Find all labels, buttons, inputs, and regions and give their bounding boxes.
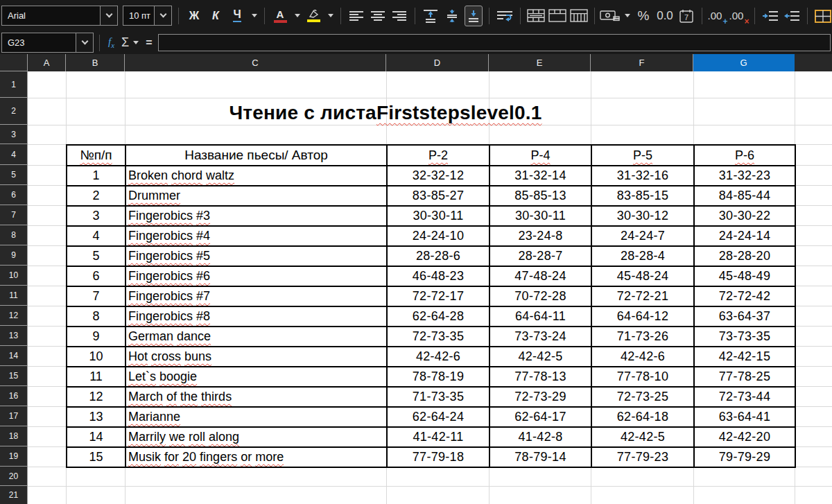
- cell-num[interactable]: 10: [67, 347, 125, 367]
- cell-p2[interactable]: 24-24-10: [387, 226, 489, 246]
- bold-button[interactable]: Ж: [185, 6, 203, 26]
- cell-p5[interactable]: 28-28-4: [591, 246, 694, 266]
- cell-p4[interactable]: 73-73-24: [489, 327, 591, 347]
- cell-p4[interactable]: 23-24-8: [489, 226, 591, 246]
- column-header-b[interactable]: B: [66, 54, 125, 71]
- row-header-1[interactable]: 1: [0, 71, 27, 98]
- row-header-2[interactable]: 2: [0, 98, 27, 125]
- font-color-button[interactable]: A: [271, 6, 289, 26]
- row-header-5[interactable]: 5: [0, 165, 27, 185]
- row-header-19[interactable]: 19: [0, 446, 27, 467]
- cell-p2[interactable]: 32-32-12: [387, 166, 489, 186]
- row-header-16[interactable]: 16: [0, 386, 27, 406]
- cell-num[interactable]: 15: [67, 447, 125, 467]
- cell-p5[interactable]: 42-42-5: [591, 427, 694, 447]
- header-cell[interactable]: P-2: [387, 145, 489, 166]
- cell-name[interactable]: Musik for 20 fingers or more: [125, 447, 387, 467]
- cell-num[interactable]: 2: [67, 186, 125, 206]
- row-header-12[interactable]: 12: [0, 306, 27, 326]
- row-header-18[interactable]: 18: [0, 426, 27, 446]
- cell-p4[interactable]: 47-48-24: [489, 266, 591, 286]
- underline-dropdown[interactable]: [250, 6, 258, 26]
- cell-p4[interactable]: 70-72-28: [489, 286, 591, 306]
- cell-p5[interactable]: 30-30-12: [591, 206, 694, 226]
- cell-name[interactable]: Marianne: [125, 407, 387, 427]
- row-header-6[interactable]: 6: [0, 185, 27, 205]
- cell-p6[interactable]: 42-42-20: [694, 427, 795, 447]
- cell-p6[interactable]: 63-64-41: [694, 407, 795, 427]
- align-right-button[interactable]: [390, 6, 408, 26]
- font-size-select[interactable]: 10 пт: [123, 6, 172, 26]
- cell-p2[interactable]: 71-73-35: [387, 387, 489, 407]
- cell-p6[interactable]: 42-42-15: [694, 347, 795, 367]
- cell-p6[interactable]: 28-28-20: [694, 246, 795, 266]
- cell-p5[interactable]: 77-79-23: [591, 447, 694, 467]
- cell-num[interactable]: 1: [67, 166, 125, 186]
- column-header-a[interactable]: A: [28, 54, 66, 71]
- cell-p4[interactable]: 28-28-7: [489, 246, 591, 266]
- cell-p5[interactable]: 72-72-21: [591, 286, 694, 306]
- font-color-dropdown[interactable]: [293, 6, 301, 26]
- highlight-color-dropdown[interactable]: [326, 6, 334, 26]
- merge-cells-button[interactable]: [548, 6, 566, 26]
- row-header-9[interactable]: 9: [0, 245, 27, 266]
- cell-p2[interactable]: 72-73-35: [387, 327, 489, 347]
- cell-p6[interactable]: 79-79-29: [694, 447, 795, 467]
- cell-num[interactable]: 8: [67, 306, 125, 327]
- align-bottom-button[interactable]: [465, 6, 483, 26]
- cell-p2[interactable]: 62-64-24: [387, 407, 489, 427]
- cell-num[interactable]: 5: [67, 246, 125, 266]
- align-top-button[interactable]: [422, 6, 440, 26]
- cell-p5[interactable]: 31-32-16: [591, 166, 694, 186]
- unmerge-cells-button[interactable]: [570, 6, 588, 26]
- font-name-dropdown[interactable]: [100, 6, 117, 25]
- cell-name[interactable]: Let`s boogie: [125, 367, 387, 387]
- cell-p5[interactable]: 64-64-12: [591, 306, 694, 327]
- cell-name[interactable]: Fingerobics #8: [125, 306, 387, 327]
- cell-num[interactable]: 14: [67, 427, 125, 447]
- row-header-17[interactable]: 17: [0, 406, 27, 426]
- underline-button[interactable]: Ч: [228, 6, 246, 26]
- worksheet-title[interactable]: Чтение с листа First steps level 0.1: [125, 98, 646, 124]
- cell-num[interactable]: 13: [67, 407, 125, 427]
- cell-p5[interactable]: 45-48-24: [591, 266, 694, 286]
- cell-name[interactable]: Broken chord waltz: [125, 166, 387, 186]
- row-header-10[interactable]: 10: [0, 266, 27, 286]
- borders-button[interactable]: [814, 6, 832, 26]
- cell-p2[interactable]: 28-28-6: [387, 246, 489, 266]
- function-wizard-button[interactable]: fx: [108, 36, 114, 49]
- merge-center-cells-button[interactable]: [527, 6, 545, 26]
- cell-p4[interactable]: 42-42-5: [489, 347, 591, 367]
- cell-p2[interactable]: 42-42-6: [387, 347, 489, 367]
- cell-p2[interactable]: 62-64-28: [387, 306, 489, 327]
- cell-name[interactable]: Hot cross buns: [125, 347, 387, 367]
- cell-name[interactable]: Fingerobics #5: [125, 246, 387, 266]
- column-header-g[interactable]: G: [693, 54, 795, 71]
- cell-p6[interactable]: 72-73-44: [694, 387, 795, 407]
- header-cell[interactable]: P-5: [591, 145, 694, 166]
- formula-input[interactable]: [158, 34, 831, 51]
- font-size-dropdown[interactable]: [154, 6, 171, 25]
- highlight-color-button[interactable]: [304, 6, 322, 26]
- header-cell[interactable]: №п/п: [67, 145, 125, 166]
- cell-p6[interactable]: 24-24-14: [694, 226, 795, 246]
- cell-p4[interactable]: 77-78-13: [489, 367, 591, 387]
- row-header-13[interactable]: 13: [0, 326, 27, 346]
- cell-name[interactable]: Fingerobics #4: [125, 226, 387, 246]
- cell-p2[interactable]: 77-79-18: [387, 447, 489, 467]
- cell-p5[interactable]: 72-73-25: [591, 387, 694, 407]
- font-name-select[interactable]: Arial: [1, 6, 118, 26]
- name-box[interactable]: G23: [1, 33, 94, 53]
- add-decimal-button[interactable]: .00 +: [709, 6, 727, 26]
- number-format-button[interactable]: 0.0: [656, 6, 674, 26]
- cell-p6[interactable]: 84-85-44: [694, 186, 795, 206]
- column-header-c[interactable]: C: [125, 54, 386, 71]
- column-header-f[interactable]: F: [591, 54, 693, 71]
- select-all-corner[interactable]: [0, 54, 28, 71]
- column-header-e[interactable]: E: [489, 54, 591, 71]
- cell-p5[interactable]: 77-78-10: [591, 367, 694, 387]
- cell-p6[interactable]: 77-78-25: [694, 367, 795, 387]
- cell-num[interactable]: 6: [67, 266, 125, 286]
- sum-button[interactable]: Σ: [121, 35, 129, 50]
- cell-num[interactable]: 4: [67, 226, 125, 246]
